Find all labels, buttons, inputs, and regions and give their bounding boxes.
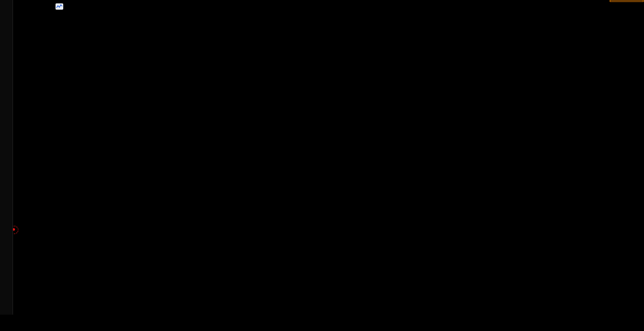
chart-type-sidebar [0, 0, 13, 315]
price-macd-chart-canvas[interactable] [0, 0, 644, 331]
chart-header [42, 3, 81, 10]
mini-chart-icon[interactable] [56, 3, 63, 10]
trading-terminal [0, 0, 644, 331]
last-price-readout [610, 0, 644, 2]
time-axis-strip [0, 315, 644, 322]
